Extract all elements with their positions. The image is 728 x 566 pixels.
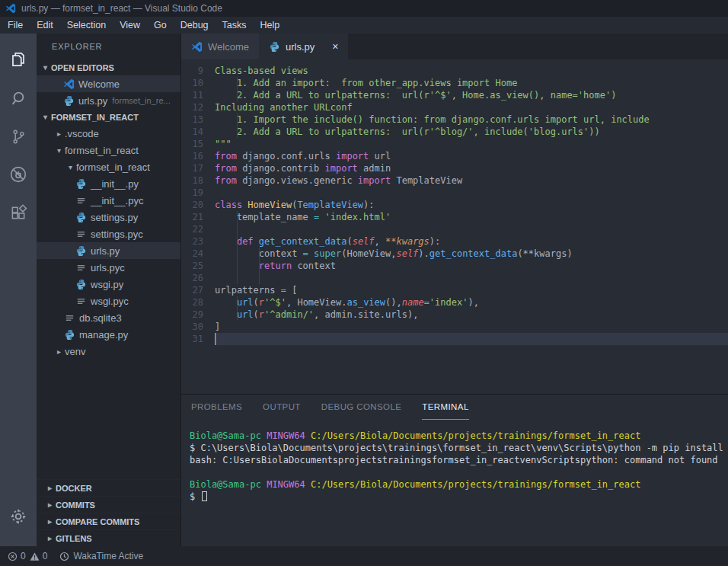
line-number: 24 (181, 248, 215, 260)
code-line-18: 18from django.views.generic import Templ… (181, 174, 728, 187)
menu-bar: FileEditSelectionViewGoDebugTasksHelp (0, 17, 728, 34)
tree-file-manage.py[interactable]: manage.py (37, 326, 180, 343)
file-icon (75, 194, 87, 206)
title-bar: urls.py — formset_in_react — Visual Stud… (0, 0, 728, 17)
sidebar-section-docker[interactable]: ▸DOCKER (37, 479, 180, 496)
vscode-icon (62, 78, 75, 90)
line-number: 25 (181, 260, 215, 272)
terminal-line: $ (190, 491, 728, 503)
line-number: 30 (181, 321, 215, 333)
menu-item-file[interactable]: File (1, 17, 30, 34)
terminal-line: Biola@Sama-pc MINGW64 C:/Users/Biola/Doc… (190, 478, 728, 491)
bottom-panel: PROBLEMSOUTPUTDEBUG CONSOLETERMINAL Biol… (181, 394, 728, 546)
tree-file-wsgi.pyc[interactable]: wsgi.pyc (37, 293, 180, 309)
code-line-16: 16from django.conf.urls import url (181, 150, 728, 162)
code-line-19: 19 (181, 187, 728, 199)
tree-file-settings.pyc[interactable]: settings.pyc (37, 225, 180, 242)
line-number: 14 (181, 126, 215, 138)
debug-disabled-icon[interactable] (0, 155, 37, 193)
editor-tab-welcome[interactable]: Welcome (181, 34, 259, 59)
line-number: 27 (181, 284, 215, 296)
error-count: 0 (21, 551, 26, 561)
tree-folder-venv[interactable]: ▸venv (37, 343, 180, 360)
code-line-21: 21 template_name = 'index.html' (181, 211, 728, 223)
files-icon[interactable] (0, 41, 37, 79)
code-line-27: 27urlpatterns = [ (181, 284, 728, 296)
tree-file-db.sqlite3[interactable]: db.sqlite3 (37, 309, 180, 326)
open-editor-item[interactable]: Welcome (37, 75, 180, 92)
tab-bar: Welcomeurls.py× (181, 34, 728, 59)
menu-item-tasks[interactable]: Tasks (216, 17, 254, 34)
line-number: 26 (181, 272, 215, 284)
line-number: 17 (181, 162, 215, 174)
panel-tab-bar: PROBLEMSOUTPUTDEBUG CONSOLETERMINAL (181, 395, 728, 420)
chevron-down-icon: ▾ (53, 146, 65, 155)
tree-file-settings.py[interactable]: settings.py (37, 209, 180, 225)
close-icon[interactable]: × (332, 40, 338, 53)
python-icon (269, 41, 280, 53)
code-line-14: 14 2. Add a URL to urlpatterns: url(r'^b… (181, 126, 728, 138)
menu-item-view[interactable]: View (113, 17, 147, 34)
code-line-17: 17from django.contrib import admin (181, 162, 728, 174)
terminal-line: Biola@Sama-pc MINGW64 C:/Users/Biola/Doc… (190, 430, 728, 442)
menu-item-selection[interactable]: Selection (60, 17, 113, 34)
line-number: 29 (181, 309, 215, 321)
terminal-output[interactable]: Biola@Sama-pc MINGW64 C:/Users/Biola/Doc… (181, 420, 728, 546)
line-number: 12 (181, 101, 215, 114)
chevron-right-icon: ▸ (44, 517, 56, 526)
problems-status[interactable]: 0 0 (8, 551, 47, 561)
status-bar: 0 0 WakaTime Active (0, 546, 728, 566)
file-icon (75, 295, 87, 307)
code-line-15: 15""" (181, 138, 728, 150)
code-line-20: 20class HomeView(TemplateView): (181, 199, 728, 211)
python-icon (75, 211, 87, 223)
chevron-down-icon: ▾ (40, 113, 51, 121)
code-line-23: 23 def get_context_data(self, **kwargs): (181, 235, 728, 248)
activity-bar (0, 34, 37, 546)
code-line-24: 24 context = super(HomeView,self).get_co… (181, 248, 728, 260)
clock-icon (59, 552, 69, 561)
search-icon[interactable] (0, 79, 37, 117)
panel-tab-debug-console[interactable]: DEBUG CONSOLE (321, 395, 402, 420)
tree-folder-formset_in_react[interactable]: ▾formset_in_react (37, 158, 180, 175)
line-number: 18 (181, 174, 215, 187)
panel-tab-terminal[interactable]: TERMINAL (422, 395, 468, 420)
sidebar-section-gitlens[interactable]: ▸GITLENS (37, 529, 180, 546)
menu-item-edit[interactable]: Edit (30, 17, 60, 34)
panel-tab-problems[interactable]: PROBLEMS (191, 395, 242, 420)
sidebar-section-compare-commits[interactable]: ▸COMPARE COMMITS (37, 513, 180, 529)
tree-file-urls.py[interactable]: urls.py (37, 242, 180, 259)
menu-item-go[interactable]: Go (147, 17, 174, 34)
source-control-icon[interactable] (0, 117, 37, 155)
line-number: 23 (181, 235, 215, 248)
code-line-30: 30] (181, 321, 728, 333)
wakatime-label: WakaTime Active (73, 551, 143, 561)
menu-item-help[interactable]: Help (254, 17, 287, 34)
open-editor-item[interactable]: urls.pyformset_in_re... (37, 92, 180, 109)
tree-file-urls.pyc[interactable]: urls.pyc (37, 259, 180, 276)
line-number: 22 (181, 223, 215, 235)
extensions-icon[interactable] (0, 193, 37, 232)
tree-file-__init__.pyc[interactable]: __init__.pyc (37, 192, 180, 209)
line-number: 10 (181, 77, 215, 89)
tree-root-header[interactable]: ▾ FORMSET_IN_REACT (37, 109, 180, 125)
code-line-13: 13 1. Import the include() function: fro… (181, 114, 728, 126)
tree-file-__init__.py[interactable]: __init__.py (37, 175, 180, 192)
tree-folder-.vscode[interactable]: ▸.vscode (37, 125, 180, 142)
editor-tab-urls-py[interactable]: urls.py× (259, 34, 348, 59)
open-editors-header[interactable]: ▾ OPEN EDITORS (37, 59, 180, 75)
python-icon (75, 278, 87, 290)
settings-gear-icon[interactable] (0, 497, 37, 536)
tree-file-wsgi.py[interactable]: wsgi.py (37, 276, 180, 293)
code-line-9: 9Class-based views (181, 65, 728, 77)
line-number: 21 (181, 211, 215, 223)
tree-folder-formset_in_react[interactable]: ▾formset_in_react (37, 142, 180, 158)
window-title: urls.py — formset_in_react — Visual Stud… (21, 3, 222, 14)
python-icon (75, 245, 87, 257)
wakatime-status[interactable]: WakaTime Active (59, 551, 143, 561)
menu-item-debug[interactable]: Debug (174, 17, 216, 34)
code-editor[interactable]: 9Class-based views10 1. Add an import: f… (181, 59, 728, 394)
panel-tab-output[interactable]: OUTPUT (263, 395, 301, 420)
file-icon (75, 228, 87, 240)
sidebar-section-commits[interactable]: ▸COMMITS (37, 496, 180, 513)
